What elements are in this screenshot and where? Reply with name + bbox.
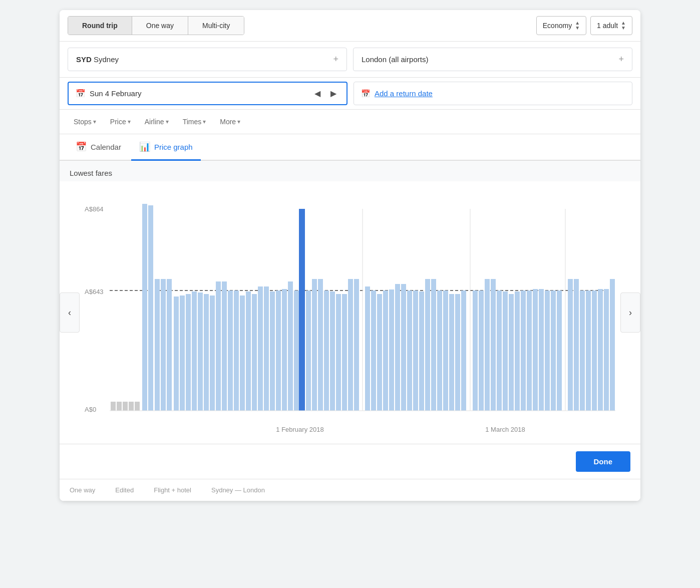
svg-rect-27 [240,296,245,411]
return-cal-icon: 📅 [361,89,371,98]
svg-rect-7 [117,402,122,411]
price-graph-tab-label: Price graph [154,143,193,151]
bottom-hint: One way Edited Flight + hotel Sydney — L… [60,479,640,501]
svg-rect-54 [401,284,406,411]
svg-rect-33 [270,291,275,411]
svg-rect-17 [180,296,185,411]
svg-rect-64 [461,290,466,411]
svg-rect-76 [533,289,538,411]
tab-one-way[interactable]: One way [132,17,188,35]
prev-date-btn[interactable]: ◀ [311,88,323,99]
svg-rect-69 [491,279,496,411]
svg-text:1 February 2018: 1 February 2018 [276,426,323,433]
svg-rect-6 [111,402,116,411]
svg-rect-50 [377,294,382,411]
svg-rect-29 [252,294,257,411]
filter-price[interactable]: Price ▾ [104,115,137,129]
svg-rect-57 [419,291,424,411]
svg-rect-32 [299,209,305,411]
svg-rect-84 [580,290,585,411]
airline-chevron: ▾ [166,118,169,125]
filter-more[interactable]: More ▾ [214,115,246,129]
filter-times[interactable]: Times ▾ [177,115,212,129]
filter-row: Stops ▾ Price ▾ Airline ▾ Times ▾ More ▾ [60,110,640,134]
svg-rect-60 [437,290,442,411]
svg-rect-25 [228,290,233,411]
svg-rect-40 [318,279,323,411]
svg-rect-35 [282,289,287,411]
svg-rect-22 [210,296,215,411]
tab-round-trip[interactable]: Round trip [68,17,132,35]
destination-field[interactable]: London (all airports) + [353,48,632,71]
class-arrows: ▲▼ [575,21,580,31]
svg-rect-51 [383,290,388,411]
svg-rect-48 [365,286,370,411]
hint-route: Sydney — London [211,486,265,494]
svg-rect-11 [142,204,147,411]
svg-rect-39 [312,279,317,411]
origin-text: SYD Sydney [76,55,119,64]
passengers-select[interactable]: 1 adult ▲▼ [590,16,632,35]
svg-rect-77 [539,289,544,411]
depart-date-field[interactable]: 📅 Sun 4 February ◀ ▶ [68,82,347,105]
origin-field[interactable]: SYD Sydney + [68,48,347,71]
chart-prev-btn[interactable]: ‹ [60,292,80,333]
filter-airline[interactable]: Airline ▾ [139,115,175,129]
main-container: Round trip One way Multi-city Economy ▲▼… [60,10,640,501]
svg-rect-30 [258,286,263,411]
svg-rect-71 [503,291,508,411]
add-return-date-link[interactable]: Add a return date [375,89,433,98]
calendar-tab-label: Calendar [91,143,121,151]
svg-rect-55 [407,290,412,411]
svg-rect-63 [455,294,460,411]
svg-rect-49 [371,290,376,411]
svg-rect-45 [348,279,353,411]
tab-calendar[interactable]: 📅 Calendar [68,134,129,161]
chart-area: A$864 A$643 A$0 1 February 2018 1 March … [85,181,615,444]
done-row: Done [60,444,640,479]
filter-stops[interactable]: Stops ▾ [68,115,102,129]
svg-rect-73 [515,291,520,411]
svg-rect-85 [586,290,591,411]
svg-rect-18 [186,294,191,411]
hint-one-way: One way [70,486,95,494]
origin-plus: + [333,54,338,65]
passengers-value: 1 adult [597,22,618,30]
svg-rect-75 [527,290,532,411]
svg-rect-26 [234,290,239,411]
done-button[interactable]: Done [576,451,631,472]
route-row: SYD Sydney + London (all airports) + [60,42,640,78]
tab-multi-city[interactable]: Multi-city [188,17,244,35]
svg-rect-58 [425,279,430,411]
price-chevron: ▾ [128,118,131,125]
svg-text:1 March 2018: 1 March 2018 [485,426,525,433]
svg-rect-23 [216,281,221,411]
chart-wrapper: ‹ A$864 A$643 A$0 1 February 2018 1 Marc… [60,181,640,444]
svg-rect-56 [413,290,418,411]
class-select[interactable]: Economy ▲▼ [536,16,586,35]
trip-type-tabs: Round trip One way Multi-city [68,16,244,35]
svg-rect-12 [148,205,153,411]
trip-type-right: Economy ▲▼ 1 adult ▲▼ [536,16,632,35]
svg-rect-41 [324,290,329,411]
svg-rect-43 [336,294,341,411]
svg-rect-52 [389,289,394,411]
svg-rect-82 [568,279,573,411]
hint-edited: Edited [115,486,134,494]
times-chevron: ▾ [203,118,206,125]
depart-cal-icon: 📅 [76,89,86,98]
svg-rect-10 [135,402,140,411]
next-date-btn[interactable]: ▶ [327,88,339,99]
svg-rect-53 [395,284,400,411]
svg-rect-14 [161,279,166,411]
chart-next-btn[interactable]: › [620,292,640,333]
svg-rect-20 [198,292,203,411]
svg-rect-13 [155,279,160,411]
return-date-field[interactable]: 📅 Add a return date [354,82,632,105]
svg-rect-67 [479,290,484,411]
date-nav: ◀ ▶ [311,88,339,99]
trip-type-bar: Round trip One way Multi-city Economy ▲▼… [60,10,640,42]
svg-rect-37 [294,290,299,411]
stops-chevron: ▾ [93,118,96,125]
tab-price-graph[interactable]: 📊 Price graph [131,134,201,161]
